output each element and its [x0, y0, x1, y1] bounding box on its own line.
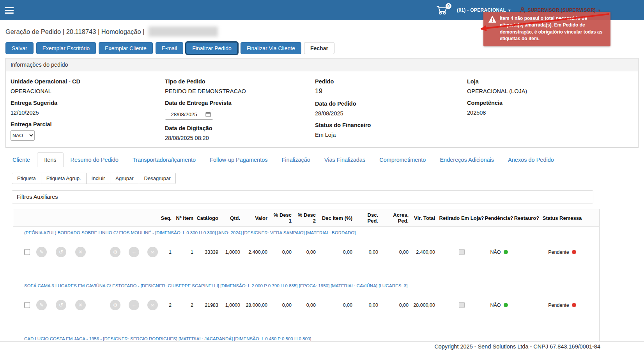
order-info-heading: Informações do pedido: [6, 58, 638, 71]
salvar-button[interactable]: Salvar: [5, 42, 34, 54]
link-icon[interactable]: ∞: [147, 247, 158, 257]
pendencia-value: NÃO: [490, 249, 501, 255]
data-pedido-value: 28/08/2025: [315, 110, 467, 117]
cell-catalogo: 33339: [196, 249, 221, 255]
item-description-link[interactable]: (PEÔNIA AZUL) BORDADO SOBRE LINHO C/ FIO…: [24, 230, 599, 235]
info-column-1: Unidade Operacional - CD OPERACIONAL Ent…: [11, 73, 165, 141]
gear-icon[interactable]: ⚙: [110, 300, 120, 310]
finalizar-via-cliente-button[interactable]: Finalizar Via Cliente: [241, 42, 301, 54]
table-header-row: Seq. Nº Item Catálogo Qtd. Valor % Desc …: [13, 209, 599, 227]
cell-dsc-item: 0,00: [319, 302, 356, 308]
cell-dsc-ped: 0,00: [356, 249, 381, 255]
col-desc1: % Desc 1: [271, 212, 295, 224]
cell-dsc-ped: 0,00: [356, 302, 381, 308]
fechar-button[interactable]: Fechar: [304, 42, 334, 54]
validation-alert-tooltip: Item 4 não possui o total necessário de …: [483, 12, 610, 46]
page-breadcrumb: Geração de Pedido | 20.118743 | Homologa…: [5, 28, 145, 35]
info-column-4: Loja OPERACIONAL (LOJA) Competência 2025…: [467, 73, 633, 141]
tab-resumo-do-pedido[interactable]: Resumo do Pedido: [64, 152, 126, 167]
exemplar-escritorio-button[interactable]: Exemplar Escritório: [36, 42, 96, 54]
cart-button[interactable]: 0: [437, 5, 448, 15]
cell-vlr-total: 28.000,00: [412, 302, 438, 308]
edit-icon[interactable]: ✎: [36, 247, 47, 257]
agrupar-button[interactable]: Agrupar: [110, 173, 139, 184]
remove-icon[interactable]: ✕: [75, 300, 86, 310]
cell-seq: 1: [159, 249, 175, 255]
table-row: (PEÔNIA AZUL) BORDADO SOBRE LINHO C/ FIO…: [13, 227, 599, 280]
col-vlr-total: Vlr. Total: [412, 215, 438, 221]
alert-message: Item 4 não possui o total necessário de …: [500, 15, 606, 42]
gear-icon[interactable]: ⚙: [110, 247, 120, 257]
cell-desc2: 0,00: [295, 302, 319, 308]
entrega-parcial-select[interactable]: NÃO: [11, 130, 35, 141]
loja-label: Loja: [467, 78, 633, 85]
cell-desc2: 0,00: [295, 249, 319, 255]
filtros-auxiliares-header[interactable]: Filtros Auxiliares: [12, 190, 593, 203]
tab-follow-up-pagamentos[interactable]: Follow-up Pagamentos: [203, 152, 274, 167]
unidade-value: OPERACIONAL: [11, 88, 165, 94]
exemplar-cliente-button[interactable]: Exemplar Cliente: [99, 42, 153, 54]
pedido-value: 19: [315, 87, 467, 95]
arrow-left-icon[interactable]: ←: [129, 300, 139, 310]
cell-acres-ped: 0,00: [381, 249, 412, 255]
pendencia-status-dot: [504, 250, 508, 254]
arrow-left-icon[interactable]: ←: [129, 247, 139, 257]
desagrupar-button[interactable]: Desagrupar: [139, 173, 176, 184]
col-desc2: % Desc 2: [295, 212, 319, 224]
status-remessa-dot: [572, 303, 576, 307]
entrega-prevista-input[interactable]: [165, 109, 203, 119]
tab-comprometimento[interactable]: Comprometimento: [372, 152, 433, 167]
unidade-label: Unidade Operacional - CD: [11, 78, 165, 85]
remove-icon[interactable]: ✕: [75, 247, 86, 257]
cell-dsc-item: 0,00: [319, 249, 356, 255]
user-dropdown[interactable]: SUPERVISOR (SUPERVISOR) ▾: [519, 7, 601, 13]
tab-transportadora-icamento[interactable]: Transportadora/Içamento: [126, 152, 203, 167]
order-info-panel: Informações do pedido Unidade Operaciona…: [5, 58, 639, 148]
edit-icon[interactable]: ✎: [36, 300, 47, 310]
item-description-link[interactable]: CAD LUCIO COSTA EM JACA - 1956 - [DESIGN…: [24, 336, 599, 341]
row-select-checkbox[interactable]: [24, 249, 30, 255]
item-description-link[interactable]: SOFÁ CAMA 3 LUGARES EM CAVIÚNA C/ ESTOFA…: [24, 283, 599, 288]
info-column-2: Tipo de Pedido PEDIDO DE DEMONSTRACAO Da…: [165, 73, 315, 141]
incluir-button[interactable]: Incluir: [86, 173, 111, 184]
loja-value: OPERACIONAL (LOJA): [467, 88, 633, 94]
col-catalogo: Catálogo: [196, 215, 221, 221]
hamburger-menu-button[interactable]: [5, 3, 20, 17]
item-actions-toolbar: Etiqueta Etiqueta Agrup. Incluir Agrupar…: [12, 173, 644, 184]
retirado-checkbox[interactable]: [459, 249, 465, 255]
tab-cliente[interactable]: Cliente: [5, 152, 37, 167]
etiqueta-agrup-button[interactable]: Etiqueta Agrup.: [41, 173, 87, 184]
col-restauro: Restauro?: [513, 215, 540, 221]
tab-itens[interactable]: Itens: [37, 152, 63, 167]
cell-num-item: 2: [175, 302, 196, 308]
email-button[interactable]: E-mail: [156, 42, 184, 54]
cell-valor: 28.000,00: [243, 302, 271, 308]
link-icon[interactable]: ∞: [147, 300, 158, 310]
undo-icon[interactable]: ↺: [56, 300, 66, 310]
warning-icon: [488, 15, 497, 23]
entrega-sugerida-label: Entrega Sugerida: [11, 100, 165, 106]
user-icon: [519, 7, 525, 13]
tab-anexos-do-pedido[interactable]: Anexos do Pedido: [501, 152, 561, 167]
tab-vias-finalizadas[interactable]: Vias Finalizadas: [317, 152, 372, 167]
col-seq: Seq.: [159, 215, 175, 221]
tipo-pedido-label: Tipo de Pedido: [165, 78, 315, 85]
undo-icon[interactable]: ↺: [56, 247, 66, 257]
pendencia-value: NÃO: [490, 302, 501, 308]
status-financeiro-label: Status do Financeiro: [315, 122, 467, 128]
tab-bar: Cliente Itens Resumo do Pedido Transport…: [5, 152, 593, 167]
data-digitacao-value: 28/08/2025 08:20: [165, 135, 315, 141]
col-retirado: Retirado Em Loja?: [438, 215, 485, 221]
calendar-icon[interactable]: [203, 109, 213, 119]
retirado-checkbox[interactable]: [459, 302, 465, 308]
etiqueta-button[interactable]: Etiqueta: [12, 173, 41, 184]
entrega-parcial-label: Entrega Parcial: [11, 121, 165, 127]
cell-desc1: 0,00: [271, 302, 295, 308]
cell-seq: 2: [159, 302, 175, 308]
col-dsc-ped: Dsc. Ped.: [356, 212, 381, 224]
finalizar-pedido-button[interactable]: Finalizar Pedido: [186, 42, 237, 54]
tab-enderecos-adicionais[interactable]: Endereços Adicionais: [433, 152, 501, 167]
cell-acres-ped: 0,00: [381, 302, 412, 308]
row-select-checkbox[interactable]: [24, 302, 30, 308]
tab-finalizacao[interactable]: Finalização: [275, 152, 317, 167]
